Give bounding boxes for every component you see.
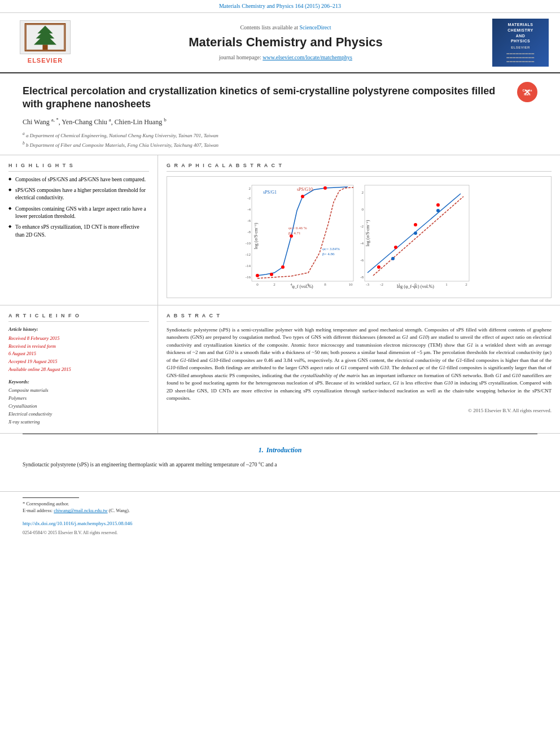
keyword-1: Polymers bbox=[8, 395, 149, 402]
corresponding-author-note: * Corresponding author. bbox=[23, 501, 537, 508]
homepage-link[interactable]: www.elsevier.com/locate/matchemphys bbox=[262, 54, 352, 60]
svg-text:-8: -8 bbox=[247, 230, 251, 234]
article-info-heading: A R T I C L E I N F O bbox=[8, 312, 149, 322]
graphical-abstract-col: G R A P H I C A L A B S T R A C T log (σ… bbox=[158, 155, 560, 305]
highlights-graphical-section: H I G H L I G H T S Composites of sPS/GN… bbox=[0, 155, 560, 305]
graphical-abstract-chart: log (σ/S·cm⁻¹) φ_f (vol.%) 0 2 4 6 8 10 … bbox=[240, 180, 478, 292]
article-main-title: Electrical percolation and crystallizati… bbox=[23, 85, 511, 111]
email-link[interactable]: chiwang@mail.ncku.edu.tw bbox=[54, 508, 107, 513]
keywords-section: Keywords: Composite materials Polymers C… bbox=[8, 379, 149, 425]
article-date-4: Available online 28 August 2015 bbox=[8, 366, 149, 373]
svg-text:0: 0 bbox=[414, 282, 417, 287]
abstract-col: A B S T R A C T Syndiotactic polystyrene… bbox=[158, 305, 560, 433]
article-history-label: Article history: bbox=[8, 326, 149, 333]
svg-text:Mark: Mark bbox=[524, 93, 531, 96]
svg-text:-4: -4 bbox=[247, 207, 251, 212]
svg-text:8: 8 bbox=[324, 282, 326, 287]
article-info-col: A R T I C L E I N F O Article history: R… bbox=[0, 305, 158, 433]
svg-text:-6: -6 bbox=[247, 219, 251, 223]
article-date-3: Accepted 19 August 2015 bbox=[8, 359, 149, 365]
highlight-item: Composites of sPS/GNS and aPS/GNS have b… bbox=[8, 176, 149, 184]
graph-container: log (σ/S·cm⁻¹) φ_f (vol.%) 0 2 4 6 8 10 … bbox=[167, 176, 552, 298]
keyword-2: Crystallization bbox=[8, 403, 149, 410]
keyword-0: Composite materials bbox=[8, 387, 149, 394]
svg-point-59 bbox=[414, 223, 417, 226]
svg-text:log (σ/S·cm⁻¹): log (σ/S·cm⁻¹) bbox=[253, 222, 259, 249]
svg-text:2: 2 bbox=[362, 190, 364, 195]
abstract-heading: A B S T R A C T bbox=[167, 312, 552, 322]
svg-text:2: 2 bbox=[273, 282, 275, 287]
highlight-item: To enhance sPS crystallization, 1D CNT i… bbox=[8, 224, 149, 239]
svg-text:sPS/G1: sPS/G1 bbox=[263, 190, 277, 195]
svg-text:-1: -1 bbox=[397, 282, 400, 287]
highlights-heading: H I G H L I G H T S bbox=[8, 162, 149, 172]
svg-text:Cross: Cross bbox=[522, 89, 532, 92]
crossmark: ✕ Cross Mark bbox=[517, 82, 537, 102]
svg-text:-8: -8 bbox=[360, 275, 364, 279]
science-direct-link[interactable]: ScienceDirect bbox=[299, 24, 331, 30]
svg-text:sPS/G10: sPS/G10 bbox=[297, 187, 313, 192]
svg-point-62 bbox=[414, 231, 417, 235]
highlights-list: Composites of sPS/GNS and aPS/GNS have b… bbox=[8, 176, 149, 239]
copyright-line: © 2015 Elsevier B.V. All rights reserved… bbox=[167, 407, 552, 414]
svg-point-32 bbox=[301, 195, 304, 198]
email-suffix: (C. Wang). bbox=[109, 508, 130, 513]
article-title-section: Electrical percolation and crystallizati… bbox=[0, 73, 560, 156]
svg-text:φc= 3.84%: φc= 3.84% bbox=[322, 247, 340, 251]
article-date-0: Received 8 February 2015 bbox=[8, 335, 149, 342]
svg-point-28 bbox=[256, 274, 259, 277]
svg-text:1: 1 bbox=[445, 282, 448, 287]
abstract-text: Syndiotactic polystyrene (sPS) is a semi… bbox=[167, 326, 552, 403]
intro-section: 1.Introduction Syndiotactic polystyrene … bbox=[0, 434, 560, 480]
intro-paragraph: Syndiotactic polystyrene (sPS) is an eng… bbox=[23, 461, 537, 469]
affiliations: a a Department of Chemical Engineering, … bbox=[23, 130, 511, 149]
svg-text:10: 10 bbox=[349, 282, 353, 287]
intro-heading: 1.Introduction bbox=[23, 445, 537, 455]
svg-point-57 bbox=[377, 265, 380, 269]
svg-point-30 bbox=[281, 265, 285, 269]
journal-logo-left: ELSEVIER bbox=[11, 20, 79, 65]
svg-text:-2: -2 bbox=[360, 224, 364, 229]
science-direct-prefix: Contents lists available at bbox=[240, 24, 298, 30]
svg-text:-4: -4 bbox=[360, 241, 364, 246]
svg-text:β= 4.71: β= 4.71 bbox=[288, 231, 301, 235]
svg-text:0: 0 bbox=[256, 282, 259, 287]
journal-logo-right: MATERIALS CHEMISTRY AND PHYSICS ELSEVIER… bbox=[492, 19, 549, 67]
article-info-abstract-section: A R T I C L E I N F O Article history: R… bbox=[0, 305, 560, 434]
svg-point-33 bbox=[323, 186, 327, 190]
svg-rect-10 bbox=[252, 185, 353, 281]
svg-text:φ_f (vol.%): φ_f (vol.%) bbox=[292, 284, 313, 289]
svg-text:6: 6 bbox=[307, 282, 309, 287]
authors-line: Chi Wang a, *, Yen-Chang Chiu a, Chien-L… bbox=[23, 116, 511, 127]
svg-point-29 bbox=[270, 273, 273, 276]
svg-text:-10: -10 bbox=[246, 241, 251, 246]
footer-section: * Corresponding author. E-mail address: … bbox=[0, 491, 560, 541]
svg-marker-3 bbox=[34, 33, 56, 45]
svg-text:log (σ/S·cm⁻¹): log (σ/S·cm⁻¹) bbox=[365, 220, 370, 246]
issn-line: 0254-0584/© 2015 Elsevier B.V. All right… bbox=[23, 530, 537, 536]
highlights-col: H I G H L I G H T S Composites of sPS/GN… bbox=[0, 155, 158, 305]
svg-text:-12: -12 bbox=[246, 252, 251, 257]
svg-text:-3: -3 bbox=[366, 282, 369, 287]
graphical-abstract-heading: G R A P H I C A L A B S T R A C T bbox=[167, 162, 552, 172]
highlight-item: sPS/GNS composites have a higher percola… bbox=[8, 187, 149, 202]
article-date-2: 6 August 2015 bbox=[8, 351, 149, 357]
svg-point-63 bbox=[436, 209, 440, 212]
svg-text:β= 4.86: β= 4.86 bbox=[322, 252, 335, 256]
svg-text:-16: -16 bbox=[246, 275, 251, 279]
svg-text:2: 2 bbox=[465, 282, 467, 287]
svg-text:4: 4 bbox=[290, 282, 292, 287]
svg-text:2: 2 bbox=[249, 186, 251, 191]
svg-point-58 bbox=[394, 246, 397, 249]
highlight-item: Composites containing GNS with a larger … bbox=[8, 206, 149, 221]
keywords-label: Keywords: bbox=[8, 379, 149, 386]
email-line: E-mail address: chiwang@mail.ncku.edu.tw… bbox=[23, 508, 537, 514]
journal-citation: Materials Chemistry and Physics 164 (201… bbox=[219, 3, 341, 9]
doi-link[interactable]: http://dx.doi.org/10.1016/j.matchemphys.… bbox=[23, 521, 133, 526]
svg-rect-0 bbox=[42, 45, 47, 50]
svg-point-60 bbox=[436, 203, 440, 207]
journal-header: ELSEVIER Contents lists available at Sci… bbox=[0, 13, 560, 73]
journal-name: Materials Chemistry and Physics bbox=[79, 34, 492, 51]
email-label: E-mail address: bbox=[23, 508, 53, 513]
keyword-3: Electrical conductivity bbox=[8, 411, 149, 418]
